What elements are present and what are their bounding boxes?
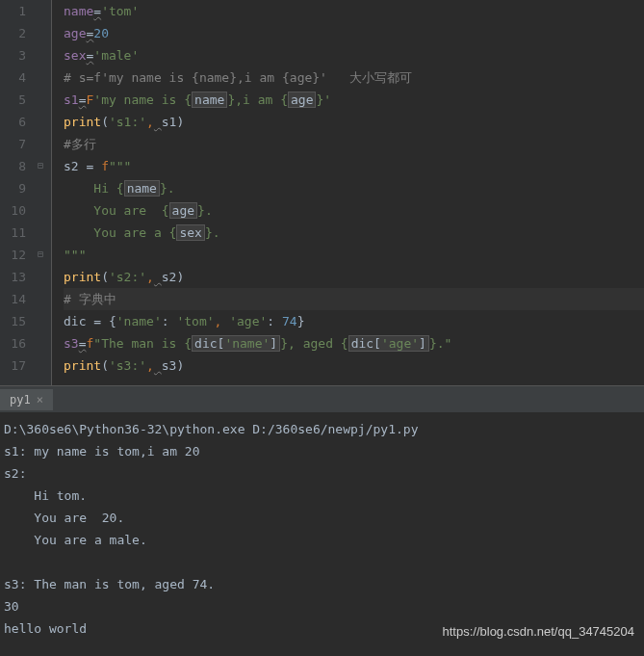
line-num: 15 (0, 310, 26, 332)
code-line: s2 = f""" (64, 155, 644, 177)
console-output[interactable]: D:\360se6\Python36-32\python.exe D:/360s… (0, 412, 644, 656)
line-num: 3 (0, 44, 26, 66)
console-line: D:\360se6\Python36-32\python.exe D:/360s… (4, 418, 640, 440)
console-line: s3: The man is tom, aged 74. (4, 573, 640, 595)
console-line (4, 551, 640, 573)
console-line: You are 20. (4, 507, 640, 529)
code-line: You are {age}. (64, 199, 644, 222)
code-line: dic = {'name': 'tom', 'age': 74} (64, 310, 644, 332)
line-num: 6 (0, 111, 26, 133)
code-line: name='tom' (64, 0, 644, 22)
code-line: s1=F'my name is {name},i am {age}' (64, 89, 644, 111)
code-editor[interactable]: 1 2 3 4 5 6 7 8 9 10 11 12 13 14 15 16 1… (0, 0, 644, 385)
line-num: 8 (0, 155, 26, 177)
code-line: s3=f"The man is {dic['name']}, aged {dic… (64, 332, 644, 354)
line-num: 1 (0, 0, 26, 22)
line-num: 2 (0, 22, 26, 44)
code-line: """ (64, 244, 644, 266)
console-tabs: py1 × (0, 385, 644, 412)
code-content[interactable]: name='tom' age=20 sex='male' # s=f'my na… (51, 0, 644, 385)
line-num: 7 (0, 133, 26, 155)
line-num: 16 (0, 332, 26, 354)
code-line: sex='male' (64, 44, 644, 66)
line-num: 10 (0, 199, 26, 222)
console-line: s2: (4, 462, 640, 485)
line-num: 12 (0, 244, 26, 266)
code-line: print('s2:', s2) (64, 266, 644, 288)
console-line: 30 (4, 595, 640, 617)
console-line: s1: my name is tom,i am 20 (4, 440, 640, 462)
line-num: 17 (0, 354, 26, 377)
code-line: age=20 (64, 22, 644, 44)
code-line: # 字典中 (64, 288, 644, 310)
line-num: 4 (0, 66, 26, 89)
tab-label: py1 (10, 393, 31, 407)
line-num: 14 (0, 288, 26, 310)
code-line: #多行 (64, 133, 644, 155)
fold-gutter: ⊟ ⊟ (34, 0, 51, 385)
fold-close-icon[interactable]: ⊟ (38, 249, 47, 258)
console-line: You are a male. (4, 529, 640, 551)
line-num: 11 (0, 222, 26, 244)
line-num: 5 (0, 89, 26, 111)
code-line: print('s1:', s1) (64, 111, 644, 133)
code-line: You are a {sex}. (64, 222, 644, 244)
close-icon[interactable]: × (37, 393, 43, 407)
code-line: print('s3:', s3) (64, 354, 644, 377)
fold-open-icon[interactable]: ⊟ (38, 160, 47, 170)
line-num: 9 (0, 177, 26, 199)
tab-py1[interactable]: py1 × (0, 389, 53, 410)
line-num: 13 (0, 266, 26, 288)
console-line: Hi tom. (4, 485, 640, 507)
code-line: Hi {name}. (64, 177, 644, 199)
code-line: # s=f'my name is {name},i am {age}' 大小写都… (64, 66, 644, 89)
watermark: https://blog.csdn.net/qq_34745204 (443, 624, 635, 639)
line-gutter: 1 2 3 4 5 6 7 8 9 10 11 12 13 14 15 16 1… (0, 0, 34, 385)
